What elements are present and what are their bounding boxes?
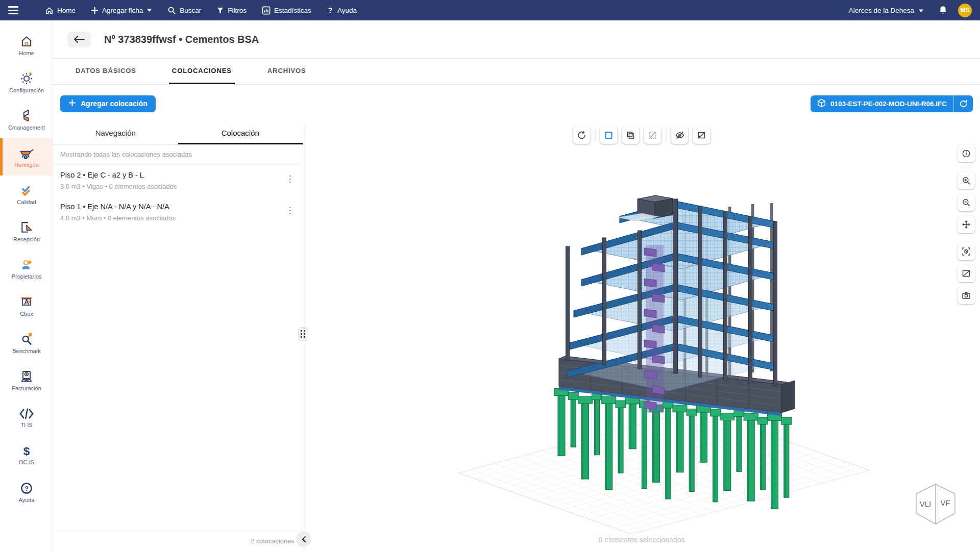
sidebar-item-ayuda[interactable]: ? Ayuda — [0, 473, 53, 511]
nav-estadisticas-label: Estadísticas — [274, 7, 311, 14]
sidebar-item-label: Hormigón — [14, 162, 39, 168]
colocacion-title: Piso 1 • Eje N/A - N/A y N/A - N/A — [60, 203, 282, 211]
recepcion-icon — [19, 220, 34, 235]
sidebar-item-facturacion[interactable]: Facturación — [0, 362, 53, 399]
no-section-button[interactable] — [958, 265, 975, 282]
sidebar-item-home[interactable]: Home — [0, 27, 53, 64]
notifications-bell-icon[interactable] — [938, 5, 948, 15]
wheelbarrow-icon — [19, 146, 34, 160]
sidebar-item-label: TI IS — [20, 422, 32, 428]
nav-buscar-label: Buscar — [180, 7, 201, 14]
sidebar-item-cbox[interactable]: Cbox — [0, 287, 53, 324]
nav-filtros-label: Filtros — [228, 7, 247, 14]
navigation-cube[interactable]: VLI VF — [912, 482, 960, 528]
sidebar-item-ti-is[interactable]: TI IS — [0, 399, 53, 436]
hide-elements-button[interactable] — [671, 127, 689, 144]
list-item[interactable]: Piso 1 • Eje N/A - N/A y N/A - N/A 4.0 m… — [53, 196, 303, 228]
viewer-side-toolbar — [958, 145, 975, 304]
home-icon — [19, 34, 34, 48]
cube-face-left: VLI — [920, 499, 932, 508]
nav-ayuda-label: Ayuda — [337, 7, 357, 14]
chevron-down-icon — [146, 8, 152, 12]
sidebar-item-oc-is[interactable]: $ OC IS — [0, 436, 53, 473]
search-icon — [167, 6, 176, 15]
plus-icon — [91, 7, 99, 14]
list-item[interactable]: Piso 2 • Eje C - a2 y B - L 3.0 m3 • Vig… — [53, 164, 303, 196]
nav-home-label: Home — [57, 7, 76, 14]
cube-face-right: VF — [940, 498, 950, 507]
deselect-area-button[interactable] — [644, 127, 662, 144]
screenshot-camera-button[interactable] — [958, 287, 975, 304]
nav-home[interactable]: Home — [45, 6, 76, 15]
nav-filtros[interactable]: Filtros — [216, 7, 247, 14]
rotate-view-button[interactable] — [573, 127, 591, 144]
colocacion-subtitle: 4.0 m3 • Muro • 0 elementos asociados — [60, 214, 282, 222]
item-menu-kebab-icon[interactable]: ⋮ — [282, 203, 298, 218]
sidebar-item-recepcion[interactable]: Recepción — [0, 213, 53, 250]
sidebar-item-configuracion[interactable]: Configuración — [0, 64, 53, 101]
sidebar-item-label: Facturación — [12, 385, 41, 391]
item-menu-kebab-icon[interactable]: ⋮ — [282, 171, 298, 186]
tab-archivos[interactable]: ARCHIVOS — [264, 59, 309, 84]
svg-text:$: $ — [23, 444, 30, 458]
colocaciones-list: Piso 2 • Eje C - a2 y B - L 3.0 m3 • Vig… — [53, 164, 303, 531]
facturacion-icon — [19, 369, 34, 384]
sidebar: Home Configuración Cmanagement Hormigón … — [0, 20, 53, 551]
fit-model-button[interactable] — [958, 243, 975, 260]
person-icon — [19, 258, 34, 272]
sidebar-item-calidad[interactable]: Calidad — [0, 176, 53, 213]
panel-tab-navegacion[interactable]: Navegación — [53, 122, 178, 144]
zoom-in-button[interactable] — [958, 172, 975, 189]
info-button[interactable] — [958, 145, 975, 162]
stats-icon — [262, 6, 271, 15]
actions-row: Agregar colocación 0103-EST-PE-002-MOD-U… — [53, 85, 980, 122]
double-check-icon — [19, 183, 34, 197]
selection-status: 0 elementos seleccionados — [303, 536, 980, 544]
help-circle-icon: ? — [19, 481, 34, 495]
plus-icon — [68, 99, 76, 108]
question-icon: ? — [327, 6, 334, 14]
main-area: Nº 373839ffwsf • Cementos BSA DATOS BÁSI… — [53, 20, 980, 551]
page-header: Nº 373839ffwsf • Cementos BSA — [53, 20, 980, 59]
tab-datos-basicos[interactable]: DATOS BÁSICOS — [72, 59, 139, 84]
colocacion-title: Piso 2 • Eje C - a2 y B - L — [60, 171, 282, 179]
nav-ayuda[interactable]: ? Ayuda — [327, 6, 357, 14]
collapse-panel-button[interactable] — [296, 532, 311, 547]
tab-colocaciones[interactable]: COLOCACIONES — [169, 59, 235, 84]
account-selector[interactable]: Alerces de la Dehesa — [849, 7, 924, 14]
sidebar-item-propietarios[interactable]: Propietarios — [0, 250, 53, 287]
add-colocacion-button[interactable]: Agregar colocación — [60, 95, 156, 112]
layers-button[interactable] — [622, 127, 640, 144]
ifc-viewer[interactable]: 0 elementos seleccionados VLI VF — [303, 122, 980, 551]
svg-text:?: ? — [328, 6, 333, 14]
hide-plane-button[interactable] — [693, 127, 710, 144]
sidebar-item-cmanagement[interactable]: Cmanagement — [0, 101, 53, 138]
back-button[interactable] — [67, 32, 91, 47]
code-icon — [19, 407, 34, 420]
home-icon — [45, 6, 54, 15]
nav-agregar-ficha-label: Agregar ficha — [102, 7, 143, 14]
gear-icon — [19, 71, 34, 86]
nav-agregar-ficha[interactable]: Agregar ficha — [91, 7, 152, 14]
refresh-ifc-button[interactable] — [954, 95, 973, 112]
panel-footer: 2 colocaciones — [53, 531, 303, 551]
ifc-file-chip[interactable]: 0103-EST-PE-002-MOD-UNI-R06.IFC — [811, 95, 973, 112]
page-title: Nº 373839ffwsf • Cementos BSA — [104, 34, 259, 45]
content-row: Navegación Colocación Mostrando todas la… — [53, 122, 980, 551]
pan-button[interactable] — [958, 216, 975, 233]
menu-hamburger-icon[interactable] — [8, 4, 21, 17]
sidebar-item-hormigon[interactable]: Hormigón — [0, 138, 53, 176]
benchmark-icon — [19, 332, 34, 346]
sidebar-item-label: Ayuda — [19, 497, 35, 503]
panel-resize-handle[interactable] — [298, 328, 308, 341]
sidebar-item-benchmark[interactable]: Benchmark — [0, 324, 53, 362]
sidebar-item-label: Calidad — [17, 199, 36, 205]
nav-buscar[interactable]: Buscar — [167, 6, 201, 15]
nav-estadisticas[interactable]: Estadísticas — [262, 6, 311, 15]
avatar[interactable]: MS — [958, 4, 972, 17]
sidebar-item-label: Home — [19, 50, 34, 56]
select-box-button[interactable] — [600, 127, 618, 144]
zoom-out-button[interactable] — [958, 194, 975, 211]
sidebar-item-label: Cmanagement — [8, 124, 45, 131]
panel-tab-colocacion[interactable]: Colocación — [178, 122, 303, 144]
